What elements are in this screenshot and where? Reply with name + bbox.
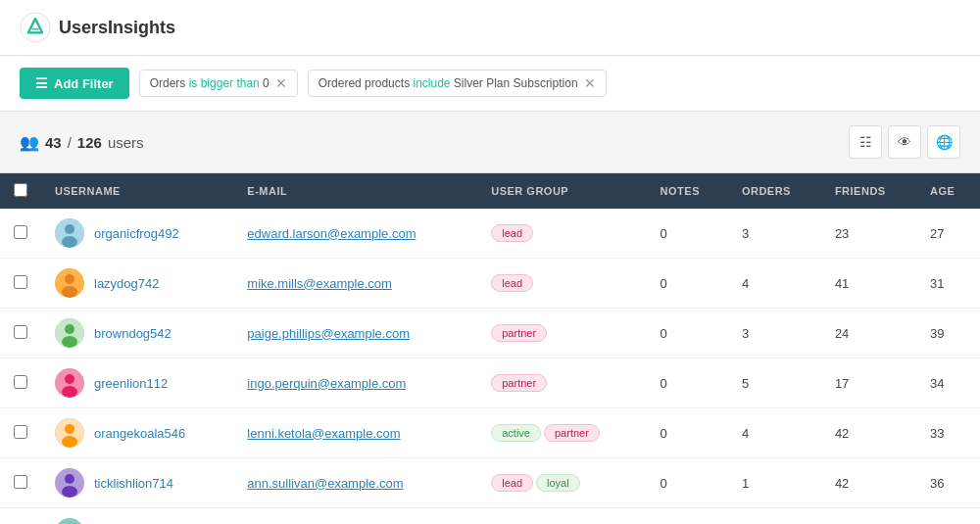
friends-cell: 23 [821,209,916,259]
table-row: browndog542 paige.phillips@example.compa… [0,309,980,358]
age-cell: 34 [916,358,980,408]
tag-active: active [491,424,541,442]
email-cell: edward.larson@example.com [233,209,477,259]
table-row: organicfrog492 edward.larson@example.com… [0,209,980,259]
th-orders: ORDERS [728,173,821,209]
svg-point-13 [65,374,74,384]
friends-cell: 41 [821,259,916,309]
notes-cell: 0 [647,309,728,358]
tag-lead: lead [491,474,533,492]
filter-tag-1-highlight: is bigger than [189,76,260,90]
avatar [55,218,84,248]
th-checkbox [0,173,41,209]
orders-cell: 5 [728,358,821,408]
globe-icon: 🌐 [936,134,953,150]
username[interactable]: organicfrog492 [94,226,179,241]
email-link[interactable]: mike.mills@example.com [247,276,392,291]
user-cell: orangekoala546 [41,408,233,458]
svg-point-5 [62,236,77,248]
notes-cell: 0 [647,259,728,309]
age-cell: 33 [916,408,980,458]
row-checkbox[interactable] [14,425,27,439]
row-checkbox-cell [0,458,41,508]
row-checkbox[interactable] [14,375,27,389]
email-link[interactable]: lenni.ketola@example.com [247,426,400,441]
filter-tag-1-text: Orders is bigger than 0 [150,76,270,90]
email-link[interactable]: ingo.perquin@example.com [247,376,406,391]
stats-left: 👥 43 / 126 users [20,133,144,152]
notes-cell: 0 [647,458,728,508]
orders-cell: 3 [728,209,821,259]
row-checkbox-cell [0,358,41,408]
filter-tag-1-close[interactable]: ✕ [275,76,287,90]
usergroup-cell: activepartner [477,408,646,458]
orders-cell: 1 [728,458,821,508]
filter-tag-1: Orders is bigger than 0 ✕ [139,70,298,97]
email-cell: paige.phillips@example.com [233,309,477,358]
usergroup-cell: lead [477,209,646,259]
th-email: E-MAIL [233,173,477,209]
tag-lead: lead [491,224,533,242]
tag-partner: partner [491,324,547,342]
friends-cell: 17 [821,358,916,408]
email-link[interactable]: paige.phillips@example.com [247,326,410,341]
row-checkbox[interactable] [14,325,27,339]
friends-cell: 42 [821,408,916,458]
filter-tag-2-close[interactable]: ✕ [584,76,596,90]
svg-point-8 [62,286,77,298]
orders-cell: 3 [728,309,821,358]
svg-point-16 [65,424,74,434]
grid-view-button[interactable]: ☷ [849,125,882,159]
filter-tag-2-text: Ordered products include Silver Plan Sub… [318,76,578,90]
map-view-button[interactable]: 🌐 [927,125,960,159]
username[interactable]: orangekoala546 [94,426,185,441]
email-cell: lenni.ketola@example.com [233,408,477,458]
row-checkbox[interactable] [14,225,27,239]
add-filter-button[interactable]: ☰ Add Filter [20,68,129,99]
tag-partner: partner [544,424,600,442]
orders-cell: 4 [728,259,821,309]
eye-view-button[interactable]: 👁 [888,125,921,159]
email-link[interactable]: edward.larson@example.com [247,226,416,241]
usergroup-cell: leadloyal [477,458,646,508]
users-table: USERNAME E-MAIL USER GROUP NOTES ORDERS … [0,173,980,524]
avatar [55,518,84,524]
stats-label: users [108,134,144,151]
username[interactable]: lazydog742 [94,276,160,291]
avatar [55,468,84,498]
user-cell: greenlion112 [41,358,233,408]
header: UsersInsights [0,0,980,56]
svg-point-17 [62,436,77,448]
eye-icon: 👁 [898,134,911,150]
svg-point-10 [65,324,74,334]
friends-cell: 38 [821,508,916,525]
row-checkbox-cell [0,508,41,525]
username[interactable]: greenlion112 [94,376,168,391]
row-checkbox[interactable] [14,475,27,489]
svg-point-21 [55,518,84,524]
notes-cell: 0 [647,358,728,408]
notes-cell: 0 [647,408,728,458]
usergroup-cell: partner [477,358,646,408]
stats-separator: / [68,134,72,151]
svg-point-7 [65,274,74,284]
age-cell: 36 [916,458,980,508]
user-cell: ticklishlion714 [41,458,233,508]
avatar [55,368,84,398]
username[interactable]: ticklishlion714 [94,476,173,491]
age-cell: 39 [916,508,980,525]
avatar [55,318,84,348]
friends-cell: 24 [821,309,916,358]
table-row: orangekoala546 lenni.ketola@example.coma… [0,408,980,458]
username[interactable]: browndog542 [94,326,172,341]
th-notes: NOTES [647,173,728,209]
select-all-checkbox[interactable] [14,183,27,197]
email-cell: ann.sullivan@example.com [233,458,477,508]
user-cell: greenlion491 [41,508,233,525]
row-checkbox-cell [0,309,41,358]
svg-point-11 [62,336,77,348]
avatar [55,268,84,298]
row-checkbox[interactable] [14,275,27,289]
users-icon: 👥 [20,133,39,152]
email-link[interactable]: ann.sullivan@example.com [247,476,403,491]
